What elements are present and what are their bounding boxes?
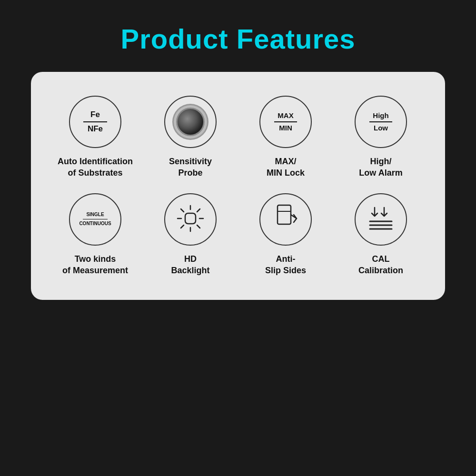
high-low-icon-circle: High Low [355, 96, 407, 148]
high-label: High [373, 111, 388, 120]
min-label: MIN [279, 124, 292, 132]
fe-label: Fe [90, 110, 100, 119]
single-cont-icon: SINGLE CONTINUOUS [79, 211, 111, 228]
low-label: Low [374, 124, 388, 132]
feature-cal: CALCalibration [337, 193, 425, 277]
high-low-icon: High Low [369, 111, 392, 132]
auto-id-label: Auto Identificationof Substrates [58, 156, 133, 179]
max-label: MAX [278, 111, 293, 120]
single-cont-icon-circle: SINGLE CONTINUOUS [69, 193, 121, 246]
svg-line-6 [197, 209, 200, 212]
hd-backlight-label: HDBacklight [171, 253, 209, 277]
features-card: Fe NFe Auto Identificationof Substrates … [31, 72, 445, 300]
feature-auto-id: Fe NFe Auto Identificationof Substrates [51, 96, 139, 179]
high-low-alarm-label: High/Low Alarm [359, 156, 402, 179]
svg-line-5 [197, 225, 200, 228]
auto-id-icon-circle: Fe NFe [69, 96, 121, 148]
svg-rect-8 [185, 213, 196, 224]
hd-backlight-icon-circle [164, 193, 217, 246]
anti-slip-icon-circle [259, 193, 312, 246]
svg-rect-9 [278, 205, 291, 224]
cal-label: CALCalibration [358, 253, 403, 277]
svg-line-7 [181, 225, 184, 228]
feature-sensitivity-probe: SensitivityProbe [147, 96, 235, 179]
probe-icon-circle [164, 96, 217, 148]
two-kinds-label: Two kindsof Measurement [62, 253, 128, 277]
fe-nfe-divider [83, 121, 107, 122]
probe-icon [176, 108, 205, 136]
anti-slip-label: Anti-Slip Sides [265, 253, 306, 277]
cal-icon-circle [355, 193, 407, 246]
nfe-label: NFe [88, 124, 103, 134]
max-min-divider [274, 121, 297, 122]
max-min-label: MAX/MIN Lock [267, 156, 305, 179]
feature-two-kinds: SINGLE CONTINUOUS Two kindsof Measuremen… [51, 193, 139, 277]
features-row-1: Fe NFe Auto Identificationof Substrates … [50, 96, 426, 179]
svg-line-4 [181, 209, 184, 212]
max-min-icon: MAX MIN [274, 111, 297, 132]
continuous-label: CONTINUOUS [79, 220, 111, 227]
feature-max-min: MAX MIN MAX/MIN Lock [242, 96, 330, 179]
high-low-divider [369, 121, 392, 122]
anti-slip-icon [273, 203, 299, 236]
cal-icon [366, 205, 396, 233]
fe-nfe-icon: Fe NFe [83, 110, 107, 134]
probe-label: SensitivityProbe [169, 156, 212, 179]
single-cont-divider [83, 219, 108, 220]
features-row-2: SINGLE CONTINUOUS Two kindsof Measuremen… [50, 193, 426, 277]
feature-high-low: High Low High/Low Alarm [337, 96, 425, 179]
hd-backlight-icon [176, 204, 205, 235]
feature-hd-backlight: HDBacklight [147, 193, 235, 277]
page-title: Product Features [121, 0, 356, 72]
single-label: SINGLE [86, 211, 104, 218]
feature-anti-slip: Anti-Slip Sides [242, 193, 330, 277]
max-min-icon-circle: MAX MIN [259, 96, 312, 148]
